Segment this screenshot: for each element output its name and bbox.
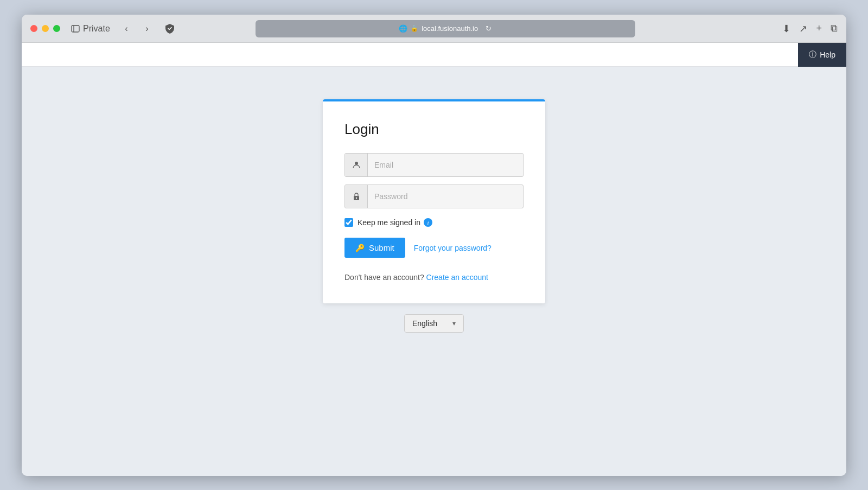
email-input[interactable] bbox=[368, 154, 523, 176]
share-icon[interactable]: ↗ bbox=[799, 23, 807, 35]
card-body: Login bbox=[323, 101, 545, 303]
back-button[interactable]: ‹ bbox=[119, 21, 134, 36]
traffic-light-yellow[interactable] bbox=[42, 25, 49, 32]
keep-signed-in-label: Keep me signed in i bbox=[358, 218, 432, 227]
private-label: Private bbox=[83, 24, 110, 34]
submit-label: Submit bbox=[369, 243, 394, 252]
svg-point-4 bbox=[355, 198, 356, 199]
traffic-lights bbox=[30, 25, 60, 32]
url-text: local.fusionauth.io bbox=[422, 24, 478, 33]
question-circle-icon: ⓘ bbox=[809, 50, 816, 60]
user-icon bbox=[345, 154, 368, 176]
copy-tab-icon[interactable]: ⧉ bbox=[831, 23, 838, 34]
traffic-light-red[interactable] bbox=[30, 25, 37, 32]
language-selector-wrap: English ▾ bbox=[404, 314, 464, 333]
login-title: Login bbox=[344, 121, 524, 138]
help-label: Help bbox=[820, 50, 835, 59]
globe-icon: 🌐 bbox=[399, 24, 407, 33]
email-input-group bbox=[344, 153, 524, 177]
key-icon: 🔑 bbox=[355, 244, 365, 252]
no-account-text: Don't have an account? bbox=[344, 273, 424, 282]
page-content: Login bbox=[22, 67, 846, 476]
lock-icon: 🔒 bbox=[411, 25, 418, 32]
keep-signed-in-row: Keep me signed in i bbox=[344, 218, 524, 227]
create-account-link[interactable]: Create an account bbox=[426, 273, 488, 282]
traffic-light-green[interactable] bbox=[53, 25, 60, 32]
address-bar[interactable]: 🌐 🔒 local.fusionauth.io ↻ bbox=[256, 20, 635, 37]
forgot-password-link[interactable]: Forgot your password? bbox=[414, 244, 492, 252]
language-selected: English bbox=[412, 319, 437, 328]
download-icon[interactable]: ⬇ bbox=[782, 23, 790, 35]
sidebar-button[interactable]: Private bbox=[71, 24, 110, 34]
help-bar: ⓘ Help bbox=[22, 43, 846, 67]
language-selector[interactable]: English ▾ bbox=[404, 314, 464, 333]
keep-signed-in-checkbox[interactable] bbox=[344, 218, 353, 227]
action-row: 🔑 Submit Forgot your password? bbox=[344, 238, 524, 258]
browser-titlebar: Private ‹ › 🌐 🔒 local.fusionauth.io ↻ ⬇ … bbox=[22, 15, 846, 43]
reload-icon[interactable]: ↻ bbox=[486, 24, 492, 33]
password-input-group bbox=[344, 184, 524, 208]
help-button[interactable]: ⓘ Help bbox=[798, 43, 846, 67]
svg-point-2 bbox=[355, 162, 358, 165]
shield-icon bbox=[161, 20, 178, 37]
lock-field-icon bbox=[345, 185, 368, 208]
browser-toolbar-right: ⬇ ↗ + ⧉ bbox=[782, 23, 838, 35]
svg-rect-0 bbox=[72, 26, 79, 32]
chevron-down-icon: ▾ bbox=[452, 320, 456, 327]
password-input[interactable] bbox=[368, 185, 523, 208]
forward-button[interactable]: › bbox=[139, 21, 155, 36]
new-tab-icon[interactable]: + bbox=[816, 23, 822, 34]
no-account-row: Don't have an account? Create an account bbox=[344, 273, 524, 282]
submit-button[interactable]: 🔑 Submit bbox=[344, 238, 405, 258]
login-card: Login bbox=[323, 99, 545, 303]
browser-nav: ‹ › bbox=[119, 21, 155, 36]
info-icon[interactable]: i bbox=[424, 218, 432, 227]
